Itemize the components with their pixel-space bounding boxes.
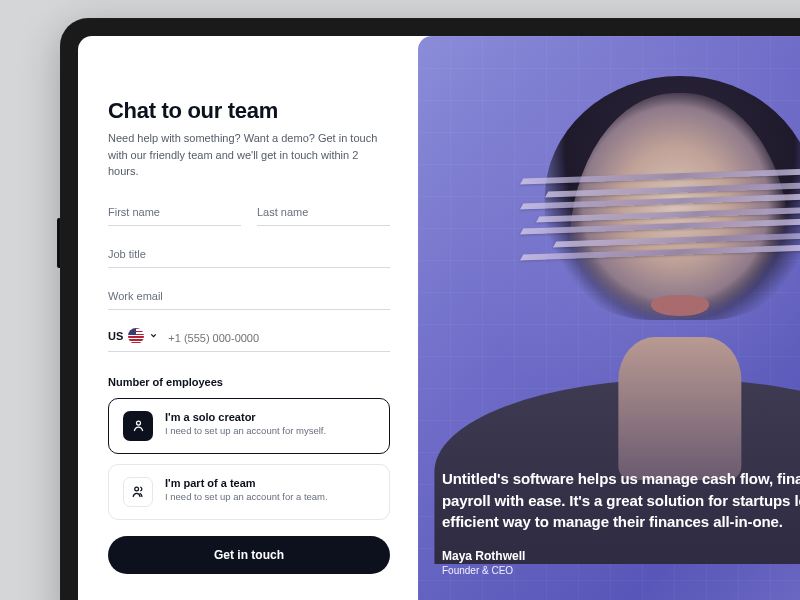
option-title: I'm a solo creator xyxy=(165,411,375,423)
user-icon xyxy=(123,411,153,441)
option-text: I'm part of a team I need to set up an a… xyxy=(165,477,375,502)
option-title: I'm part of a team xyxy=(165,477,375,489)
testimonial-quote: Untitled's software helps us manage cash… xyxy=(442,468,800,533)
contact-form-pane: Chat to our team Need help with somethin… xyxy=(78,36,418,600)
flag-us-icon xyxy=(128,328,144,344)
users-icon xyxy=(123,477,153,507)
testimonial-name: Maya Rothwell xyxy=(442,549,800,563)
option-desc: I need to set up an account for a team. xyxy=(165,491,375,502)
portrait-illustration xyxy=(476,59,800,479)
option-desc: I need to set up an account for myself. xyxy=(165,425,375,436)
option-solo-creator[interactable]: I'm a solo creator I need to set up an a… xyxy=(108,398,390,454)
testimonial-block: Untitled's software helps us manage cash… xyxy=(442,468,800,576)
employees-label: Number of employees xyxy=(108,376,390,388)
tablet-side-button xyxy=(57,218,60,268)
work-email-field xyxy=(108,286,390,310)
country-code-label: US xyxy=(108,330,123,342)
first-name-input[interactable] xyxy=(108,202,241,226)
last-name-input[interactable] xyxy=(257,202,390,226)
page-description: Need help with something? Want a demo? G… xyxy=(108,130,378,180)
page-title: Chat to our team xyxy=(108,98,390,124)
phone-input[interactable] xyxy=(168,332,390,344)
chevron-down-icon xyxy=(149,331,158,340)
testimonial-hero: Untitled's software helps us manage cash… xyxy=(418,36,800,600)
tablet-device-frame: Chat to our team Need help with somethin… xyxy=(60,18,800,600)
job-title-field xyxy=(108,244,390,268)
job-title-input[interactable] xyxy=(108,244,390,268)
work-email-input[interactable] xyxy=(108,286,390,310)
country-code-select[interactable]: US xyxy=(108,328,158,344)
svg-point-1 xyxy=(134,487,138,491)
phone-field: US xyxy=(108,328,390,352)
last-name-field xyxy=(257,202,390,226)
svg-point-0 xyxy=(136,421,140,425)
testimonial-role: Founder & CEO xyxy=(442,565,800,576)
get-in-touch-button[interactable]: Get in touch xyxy=(108,536,390,574)
first-name-field xyxy=(108,202,241,226)
screen: Chat to our team Need help with somethin… xyxy=(78,36,800,600)
option-team[interactable]: I'm part of a team I need to set up an a… xyxy=(108,464,390,520)
option-text: I'm a solo creator I need to set up an a… xyxy=(165,411,375,436)
